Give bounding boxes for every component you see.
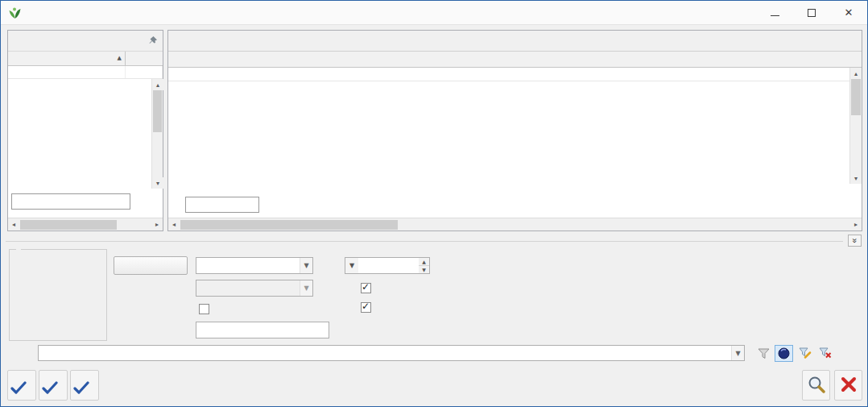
group-count <box>11 193 130 210</box>
grid-hscrollbar[interactable]: ◂ ▸ <box>168 218 862 230</box>
chevron-down-icon: ▼ <box>300 280 312 296</box>
tylko-opakowania-checkbox[interactable] <box>199 302 213 315</box>
sort-asc-icon: ▲ <box>118 52 122 65</box>
group-filter-nazwa[interactable] <box>126 66 163 78</box>
scrollbar-thumb[interactable] <box>153 90 162 132</box>
window-controls: ✕ <box>756 1 867 24</box>
magazyn-button[interactable] <box>114 256 188 275</box>
scroll-left-icon[interactable]: ◂ <box>8 219 19 230</box>
spinner-up-icon[interactable]: ▲ <box>419 258 429 266</box>
zerowe-checkbox[interactable] <box>361 281 375 294</box>
zd-order-button[interactable] <box>39 370 68 401</box>
group-column-kod[interactable]: ▲ <box>8 52 126 65</box>
group-by-hint <box>168 31 862 52</box>
minimize-button[interactable] <box>756 1 793 24</box>
date-input[interactable] <box>358 257 420 274</box>
grid-viewport <box>168 68 849 184</box>
minimize-icon <box>771 15 779 16</box>
checkbox[interactable] <box>361 283 371 293</box>
items-grid-panel: ▴ ▾ ◂ ▸ <box>167 30 862 231</box>
type-filter-group <box>9 249 107 341</box>
magazyn-select[interactable]: ▼ <box>196 257 313 274</box>
scroll-left-icon[interactable]: ◂ <box>168 219 180 230</box>
red-x-icon <box>840 376 858 396</box>
search-button[interactable] <box>802 370 830 401</box>
scrollbar-thumb[interactable] <box>20 220 117 230</box>
scroll-right-icon[interactable]: ▸ <box>151 219 163 230</box>
group-panel: ▲ ▴ ▾ ◂ ▸ <box>7 30 163 231</box>
group-column-nazwa[interactable] <box>126 52 163 65</box>
chevron-down-icon[interactable]: ▼ <box>300 258 312 273</box>
blue-arrow-icon <box>42 381 58 397</box>
group-tree <box>8 79 163 189</box>
group-filter-row <box>8 66 163 79</box>
filter-wizard-icon[interactable] <box>775 345 793 362</box>
search-icon <box>807 375 826 397</box>
checkbox[interactable] <box>199 304 209 314</box>
scroll-up-icon[interactable]: ▴ <box>152 79 163 90</box>
pin-icon[interactable] <box>147 35 158 46</box>
group-panel-header <box>8 31 163 52</box>
cancel-button[interactable] <box>834 370 862 401</box>
checkbox[interactable] <box>361 302 371 313</box>
scroll-down-icon[interactable]: ▾ <box>850 172 862 184</box>
filter-funnel-icon[interactable] <box>754 345 773 362</box>
niezerowe-checkbox[interactable] <box>361 301 375 314</box>
blue-arrow-icon <box>10 381 27 397</box>
filter-construct-icon[interactable] <box>796 345 814 362</box>
ean-input[interactable] <box>196 322 329 338</box>
app-icon <box>8 6 22 19</box>
scroll-right-icon[interactable]: ▸ <box>850 219 862 230</box>
double-chevron-down-icon: » <box>850 238 859 243</box>
group-tree-vscrollbar[interactable]: ▴ ▾ <box>151 79 163 189</box>
date-spinner[interactable]: ▲▼ <box>419 257 430 274</box>
spinner-down-icon[interactable]: ▼ <box>419 266 429 273</box>
maximize-icon <box>808 9 816 17</box>
close-icon: ✕ <box>845 6 854 19</box>
scrollbar-thumb[interactable] <box>851 79 861 115</box>
grid-header-row <box>168 52 862 68</box>
scroll-up-icon[interactable]: ▴ <box>850 68 862 79</box>
app-window: ✕ ▲ ▴ ▾ ◂ <box>0 0 868 407</box>
group-header-row: ▲ <box>8 52 163 66</box>
maximize-button[interactable] <box>793 1 830 24</box>
fz-invoice-button[interactable] <box>7 370 36 401</box>
cena-select[interactable]: ▼ <box>196 280 313 297</box>
scrollbar-thumb[interactable] <box>180 220 398 230</box>
grid-vscrollbar[interactable]: ▴ ▾ <box>849 68 862 184</box>
blue-arrow-icon <box>73 381 89 397</box>
scroll-down-icon[interactable]: ▾ <box>152 177 163 189</box>
divider <box>6 241 843 242</box>
group-hscrollbar[interactable]: ◂ ▸ <box>8 218 163 230</box>
group-filter-kod[interactable] <box>8 66 126 78</box>
close-button[interactable]: ✕ <box>830 1 867 24</box>
title-bar[interactable]: ✕ <box>1 1 867 25</box>
grid-filter-row <box>168 68 849 81</box>
date-dropdown-icon[interactable]: ▼ <box>345 257 359 274</box>
grid-count <box>185 197 259 213</box>
collapse-filter-button[interactable]: » <box>848 235 862 247</box>
filtr-combobox[interactable]: ▼ <box>38 345 745 361</box>
chevron-down-icon[interactable]: ▼ <box>731 346 744 360</box>
filter-clear-icon[interactable] <box>816 345 834 362</box>
pz-receipt-button[interactable] <box>70 370 99 401</box>
